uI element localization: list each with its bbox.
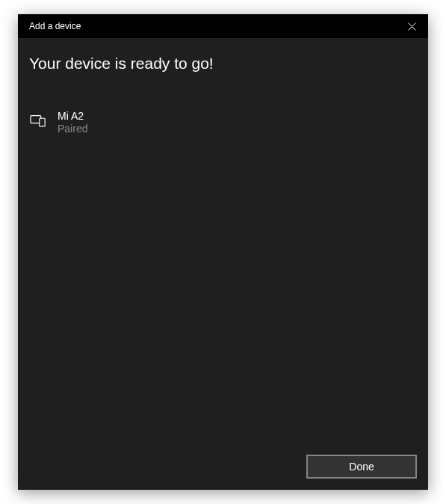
device-status: Paired (58, 123, 87, 135)
close-button[interactable] (401, 16, 422, 37)
page-heading: Your device is ready to go! (29, 55, 417, 73)
titlebar-title: Add a device (29, 21, 81, 31)
svg-point-4 (42, 125, 43, 126)
device-icon (29, 111, 47, 129)
device-row: Mi A2 Paired (29, 110, 417, 135)
close-icon (408, 22, 416, 31)
titlebar: Add a device (18, 14, 428, 38)
done-button[interactable]: Done (306, 455, 417, 479)
dialog-footer: Done (18, 455, 428, 490)
add-device-dialog: Add a device Your device is ready to go!… (18, 14, 428, 490)
dialog-content: Your device is ready to go! Mi A2 Paired (18, 38, 428, 455)
device-name: Mi A2 (58, 110, 87, 122)
device-text: Mi A2 Paired (58, 110, 87, 135)
